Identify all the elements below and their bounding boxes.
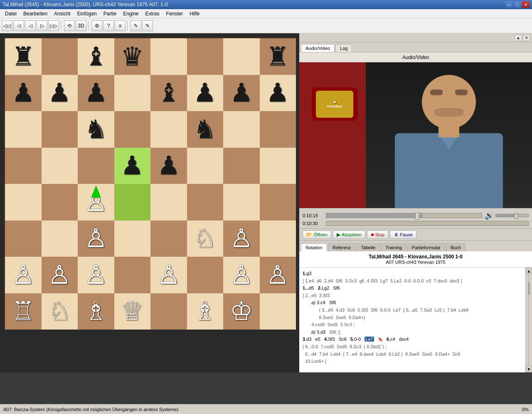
square-0-7[interactable]: ♜ — [260, 38, 296, 75]
square-7-4[interactable] — [150, 293, 187, 330]
square-0-2[interactable]: ♝ — [78, 38, 114, 75]
toolbar-back-btn[interactable]: ◁◁ — [2, 20, 12, 31]
scroll-up-btn[interactable]: ▲ — [526, 268, 532, 274]
tab-log[interactable]: Log — [335, 44, 352, 52]
var-a-move[interactable]: 3.c4 — [317, 300, 325, 305]
progress-bar-2[interactable] — [326, 221, 529, 226]
rp-close-btn[interactable]: ✕ — [523, 35, 530, 41]
piece-white-B-7-2[interactable]: ♗ — [84, 298, 108, 324]
notation-scrollbar[interactable]: ▲ ▼ — [525, 268, 532, 372]
square-4-4[interactable] — [150, 184, 187, 221]
square-1-7[interactable]: ♟ — [260, 75, 296, 112]
piece-black-N-2-5[interactable]: ♞ — [193, 117, 217, 142]
square-1-4[interactable]: ♝ — [150, 75, 187, 112]
square-3-1[interactable] — [42, 148, 78, 184]
square-4-2[interactable]: ♙ — [78, 184, 114, 221]
square-1-1[interactable]: ♟ — [42, 75, 78, 112]
move-6c4[interactable]: c4 — [390, 337, 395, 342]
square-1-0[interactable]: ♟ — [5, 75, 42, 112]
move-2lg2[interactable]: Lg2 — [322, 285, 329, 290]
square-4-0[interactable] — [5, 184, 42, 221]
scrollbar-thumb[interactable] — [529, 283, 530, 295]
square-1-3[interactable] — [114, 75, 151, 112]
tab-partieformular[interactable]: Partieformular — [407, 243, 445, 251]
move-3e5[interactable]: e5 — [315, 337, 320, 342]
move-1g3[interactable]: g3 — [306, 271, 311, 276]
bookmark-icon[interactable]: 🔖 — [378, 337, 383, 342]
piece-white-P-6-0[interactable]: ♙ — [12, 262, 35, 288]
square-3-4[interactable]: ♟ — [150, 148, 187, 184]
piece-white-R-7-0[interactable]: ♖ — [12, 298, 35, 324]
piece-black-P-1-1[interactable]: ♟ — [48, 80, 71, 106]
chessboard[interactable]: ♜♝♛♜♟♟♟♝♟♟♟♞♞♟♟♙♙♘♙♙♙♙♙♙♙♖♘♗♕♗♔ — [4, 37, 295, 329]
toolbar-prev2-btn[interactable]: ◁ — [25, 20, 36, 31]
square-2-4[interactable] — [150, 111, 187, 148]
piece-black-B-1-4[interactable]: ♝ — [157, 80, 180, 106]
piece-white-P-6-4[interactable]: ♙ — [157, 262, 180, 288]
square-2-6[interactable] — [223, 111, 260, 148]
piece-white-N-5-5[interactable]: ♘ — [193, 226, 217, 251]
square-3-6[interactable] — [223, 148, 260, 184]
square-6-6[interactable]: ♙ — [223, 257, 260, 293]
open-button[interactable]: 📂 Öffnen — [303, 231, 331, 239]
piece-black-N-2-2[interactable]: ♞ — [84, 117, 108, 142]
menu-datei[interactable]: Datei — [2, 10, 20, 17]
piece-white-B-7-5[interactable]: ♗ — [193, 298, 217, 324]
scroll-down-btn[interactable]: ▼ — [526, 366, 532, 372]
close-button[interactable]: ✕ — [522, 1, 530, 8]
rp-scroll-up-btn[interactable]: ▲ — [515, 35, 522, 41]
square-7-6[interactable]: ♔ — [223, 293, 260, 330]
square-5-1[interactable] — [42, 221, 78, 257]
square-2-5[interactable]: ♞ — [187, 111, 224, 148]
piece-black-R-0-7[interactable]: ♜ — [266, 44, 289, 69]
piece-white-N-7-1[interactable]: ♘ — [48, 298, 71, 324]
square-2-0[interactable] — [5, 111, 42, 148]
square-1-5[interactable]: ♟ — [187, 75, 224, 112]
toolbar-3d-btn[interactable]: 3D — [76, 20, 86, 31]
volume-slider[interactable] — [495, 214, 529, 217]
piece-black-P-1-7[interactable]: ♟ — [266, 80, 289, 106]
square-5-0[interactable] — [5, 221, 42, 257]
move-3d3[interactable]: d3 — [306, 337, 311, 342]
square-6-1[interactable]: ♙ — [42, 257, 78, 293]
menu-bearbeiten[interactable]: Bearbeiten — [20, 10, 51, 17]
square-6-7[interactable]: ♙ — [260, 257, 296, 293]
piece-white-P-6-7[interactable]: ♙ — [266, 262, 289, 288]
piece-white-Q-7-3[interactable]: ♕ — [121, 298, 144, 324]
square-0-0[interactable]: ♜ — [5, 38, 42, 75]
piece-white-P-6-6[interactable]: ♙ — [230, 262, 253, 288]
menu-hilfe[interactable]: Hilfe — [186, 10, 203, 17]
piece-white-P-6-1[interactable]: ♙ — [48, 262, 71, 288]
square-5-7[interactable] — [260, 221, 296, 257]
piece-white-K-7-6[interactable]: ♔ — [230, 298, 253, 324]
square-3-5[interactable] — [187, 148, 224, 184]
square-2-2[interactable]: ♞ — [78, 111, 114, 148]
square-6-5[interactable] — [187, 257, 224, 293]
move-2sf6[interactable]: Sf6 — [333, 285, 340, 290]
progress-bar-1[interactable] — [326, 213, 482, 218]
move-4sf3[interactable]: Sf3 — [328, 337, 335, 342]
square-0-1[interactable] — [42, 38, 78, 75]
var-b-move[interactable]: 3.d3 — [317, 330, 325, 335]
toolbar-settings-btn[interactable]: ≡ — [115, 20, 126, 31]
square-7-0[interactable]: ♖ — [5, 293, 42, 330]
pause-button[interactable]: ⏸ Pause — [390, 231, 416, 239]
square-6-3[interactable] — [114, 257, 151, 293]
square-4-6[interactable] — [223, 184, 260, 221]
square-4-7[interactable] — [260, 184, 296, 221]
piece-black-P-1-5[interactable]: ♟ — [193, 80, 217, 106]
tab-buch[interactable]: Buch — [446, 243, 466, 251]
square-5-5[interactable]: ♘ — [187, 221, 224, 257]
piece-white-P-6-2[interactable]: ♙ — [84, 262, 108, 288]
square-4-1[interactable] — [42, 184, 78, 221]
move-5le7-current[interactable]: Le7 — [365, 337, 374, 342]
toolbar-flip-btn[interactable]: ⟲ — [64, 20, 75, 31]
move-5oo[interactable]: 0-0 — [354, 337, 361, 342]
move-1d5[interactable]: d5 — [309, 285, 314, 290]
square-3-3[interactable]: ♟ — [114, 148, 151, 184]
square-7-2[interactable]: ♗ — [78, 293, 114, 330]
scrollbar-track[interactable] — [528, 274, 530, 366]
progress-knob-1[interactable] — [415, 212, 419, 220]
menu-einfuegen[interactable]: Einfügen — [74, 10, 100, 17]
square-4-5[interactable] — [187, 184, 224, 221]
